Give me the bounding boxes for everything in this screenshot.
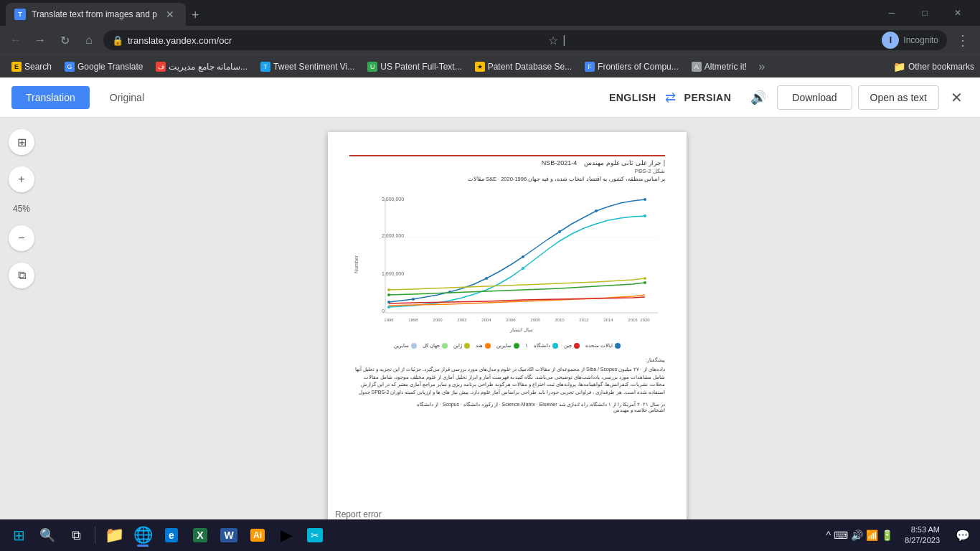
svg-point-15 [595,209,598,212]
legend-label-num1: ۱ [525,343,528,349]
search-taskbar-button[interactable]: 🔍 [34,522,60,548]
bookmark-frontiers[interactable]: F Frontiers of Compu... [579,60,684,74]
ocr-content: ⊞ + 45% − ⧉ | جزار علی ثانی علوم مهندس N… [0,118,980,551]
legend-item-india: هند [476,343,491,349]
zoom-level: 45% [13,204,30,214]
bookmark-star-icon[interactable]: ☆ [548,34,558,47]
original-tab[interactable]: Original [95,86,159,109]
document-viewer: | جزار علی ثانی علوم مهندس NSB-2021-4 شک… [43,118,971,551]
network-icon[interactable]: 📶 [866,529,878,541]
bookmark-label-altmetric: Altmetric it! [705,62,747,72]
windows-icon: ⊞ [13,527,25,544]
date: 8/27/2023 [905,535,940,546]
forward-button[interactable]: → [30,30,50,50]
svg-text:3,000,000: 3,000,000 [382,197,404,202]
bookmark-favicon-google-translate: G [65,62,75,72]
legend-label-usa: ایالات متحده [585,343,613,349]
task-view-button[interactable]: ⧉ [63,522,89,548]
tab-favicon: T [14,9,26,20]
legend-dot-china [574,343,580,349]
file-explorer-icon: 📁 [105,526,124,545]
zoom-out-button[interactable]: − [9,225,34,251]
document-page: | جزار علی ثانی علوم مهندس NSB-2021-4 شک… [328,132,687,527]
home-button[interactable]: ⌂ [79,30,99,50]
legend-dot-others [411,343,417,349]
svg-point-10 [412,298,415,301]
bookmark-us-patent[interactable]: U US Patent Full-Text... [362,60,467,74]
svg-text:2008: 2008 [530,318,540,322]
bookmark-altmetric[interactable]: A Altmetric it! [686,60,753,74]
start-button[interactable]: ⊞ [6,522,32,548]
bookmark-favicon-samaneh: ف [156,62,166,72]
address-field[interactable]: 🔒 translate.yandex.com/ocr ☆ | I Incogni… [103,30,947,50]
clock[interactable]: 8:53 AM 8/27/2023 [899,524,946,547]
chart-svg: 3,000,000 2,000,000 1,000,000 0 Number [349,191,665,334]
legend-item-japan: ژاپن [453,343,470,349]
keyboard-icon[interactable]: ⌨ [834,529,848,541]
chrome-button[interactable]: 🌐 [130,522,156,548]
url-text: translate.yandex.com/ocr [128,35,232,46]
copy-button[interactable]: ⧉ [9,263,34,288]
svg-point-13 [522,255,524,258]
file-explorer-button[interactable]: 📁 [101,522,127,548]
illustrator-button[interactable]: Ai [245,522,270,548]
zoom-in-button[interactable]: + [9,166,34,192]
left-controls: ⊞ + 45% − ⧉ [0,118,43,551]
open-as-text-button[interactable]: Open as text [858,85,939,110]
legend-dot-india [485,343,491,349]
bookmark-samaneh[interactable]: ف سامانه جامع مدیریت... [150,60,253,74]
maximize-button[interactable]: □ [908,0,941,26]
svg-point-16 [644,198,646,201]
svg-point-18 [522,267,524,270]
svg-text:2002: 2002 [457,318,467,322]
bookmark-label-us-patent: US Patent Full-Text... [380,62,461,72]
excel-button[interactable]: X [187,522,213,548]
bookmark-tweet-sentiment[interactable]: T Tweet Sentiment Vi... [255,60,360,74]
doc-preamble: پیشگفتار: [349,357,665,363]
svg-text:2006: 2006 [506,318,516,322]
other-bookmarks[interactable]: 📁 Other bookmarks [893,61,974,72]
svg-text:2010: 2010 [555,318,565,322]
bookmark-google-translate[interactable]: G Google Translate [59,60,149,74]
svg-text:سال انتشار: سال انتشار [509,327,533,333]
fit-page-button[interactable]: ⊞ [9,129,34,155]
bookmarks-more-button[interactable]: » [754,58,769,75]
translation-tab[interactable]: Translation [11,86,90,109]
media-player-button[interactable]: ▶ [273,522,299,548]
legend-dot-university [552,343,558,349]
notification-button[interactable]: 💬 [951,524,974,547]
chevron-up-icon[interactable]: ^ [826,529,831,541]
close-ocr-button[interactable]: ✕ [945,86,969,109]
tab-title: Translate text from images and p [32,9,157,19]
bookmark-patent-db[interactable]: ★ Patent Database Se... [469,60,578,74]
doc-body-text: داده‌های از ۲۷۰ میلیون Siba / Scopus از … [349,366,665,396]
scrollbar[interactable] [971,118,980,551]
snip-tool-button[interactable]: ✂ [302,522,328,548]
tab-close-button[interactable]: ✕ [163,7,177,22]
active-tab[interactable]: T Translate text from images and p ✕ [6,3,186,26]
minimize-button[interactable]: ─ [875,0,908,26]
legend-dot-world [442,343,448,349]
doc-header-line [349,154,665,156]
report-error-button[interactable]: Report error [335,509,382,519]
swap-languages-icon[interactable]: ⇄ [665,90,676,105]
source-language: ENGLISH [609,92,656,103]
word-button[interactable]: W [216,522,242,548]
close-button[interactable]: ✕ [941,0,974,26]
volume-icon[interactable]: 🔊 [851,529,863,541]
download-button[interactable]: Download [777,85,852,110]
taskview-icon: ⧉ [72,528,81,543]
edge-button[interactable]: e [159,522,184,548]
bookmark-label-samaneh: سامانه جامع مدیریت... [169,62,248,72]
bookmark-search[interactable]: E Search [6,60,57,74]
legend-item-usa: ایالات متحده [585,343,621,349]
back-button[interactable]: ← [6,30,26,50]
battery-icon[interactable]: 🔋 [881,529,893,541]
illustrator-icon: Ai [250,529,265,542]
reload-button[interactable]: ↻ [55,30,75,50]
legend-item-china: چین [564,343,580,349]
browser-menu-button[interactable]: ⋮ [951,29,974,52]
svg-text:0: 0 [382,309,385,314]
new-tab-button[interactable]: + [186,5,205,26]
speaker-icon-button[interactable]: 🔊 [745,85,771,110]
